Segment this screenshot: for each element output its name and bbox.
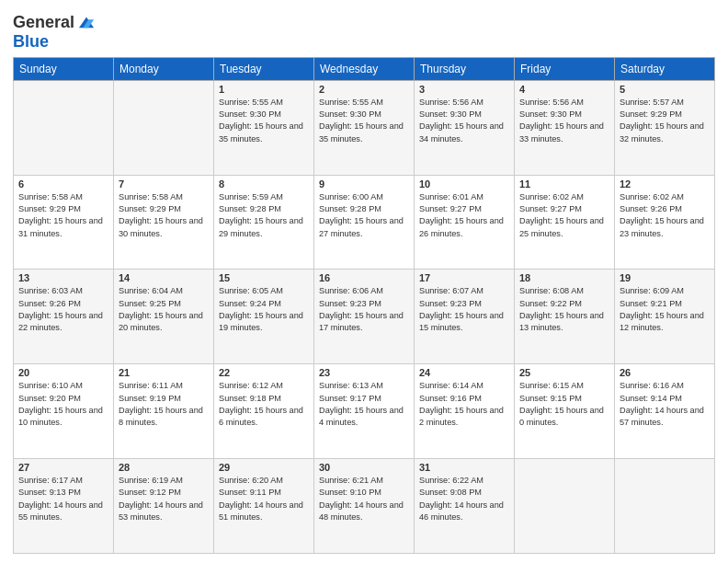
calendar-cell: 13Sunrise: 6:03 AM Sunset: 9:26 PM Dayli…	[14, 270, 114, 364]
calendar-cell: 14Sunrise: 6:04 AM Sunset: 9:25 PM Dayli…	[114, 270, 214, 364]
day-number: 7	[119, 178, 209, 190]
day-info: Sunrise: 6:09 AM Sunset: 9:21 PM Dayligh…	[620, 285, 710, 334]
weekday-header-thursday: Thursday	[415, 57, 515, 80]
day-number: 23	[319, 367, 409, 378]
calendar-cell: 29Sunrise: 6:20 AM Sunset: 9:11 PM Dayli…	[214, 459, 314, 554]
day-info: Sunrise: 5:59 AM Sunset: 9:28 PM Dayligh…	[219, 191, 309, 240]
day-number: 10	[419, 178, 509, 190]
calendar-cell: 23Sunrise: 6:13 AM Sunset: 9:17 PM Dayli…	[314, 364, 415, 459]
calendar-cell: 17Sunrise: 6:07 AM Sunset: 9:23 PM Dayli…	[415, 270, 515, 364]
day-number: 16	[319, 272, 409, 283]
calendar-cell: 9Sunrise: 6:00 AM Sunset: 9:28 PM Daylig…	[314, 175, 415, 270]
day-number: 19	[620, 272, 710, 283]
day-info: Sunrise: 6:15 AM Sunset: 9:15 PM Dayligh…	[519, 380, 609, 429]
day-info: Sunrise: 5:55 AM Sunset: 9:30 PM Dayligh…	[219, 97, 309, 145]
day-number: 29	[219, 462, 309, 473]
day-number: 13	[18, 272, 108, 283]
calendar-cell: 21Sunrise: 6:11 AM Sunset: 9:19 PM Dayli…	[114, 364, 214, 459]
day-number: 28	[119, 462, 209, 473]
day-number: 20	[18, 367, 108, 378]
day-number: 21	[119, 367, 209, 378]
logo-icon	[76, 13, 97, 33]
calendar-cell: 10Sunrise: 6:01 AM Sunset: 9:27 PM Dayli…	[415, 175, 515, 270]
calendar-cell	[14, 80, 114, 175]
calendar-cell: 24Sunrise: 6:14 AM Sunset: 9:16 PM Dayli…	[415, 364, 515, 459]
day-info: Sunrise: 6:21 AM Sunset: 9:10 PM Dayligh…	[319, 475, 409, 523]
day-number: 18	[519, 272, 609, 283]
day-number: 30	[319, 462, 409, 473]
day-number: 17	[419, 272, 509, 283]
weekday-header-friday: Friday	[515, 57, 615, 80]
day-info: Sunrise: 5:58 AM Sunset: 9:29 PM Dayligh…	[119, 191, 209, 240]
day-number: 1	[219, 84, 309, 95]
day-info: Sunrise: 5:56 AM Sunset: 9:30 PM Dayligh…	[519, 97, 609, 145]
day-info: Sunrise: 5:58 AM Sunset: 9:29 PM Dayligh…	[18, 191, 108, 240]
day-info: Sunrise: 6:02 AM Sunset: 9:27 PM Dayligh…	[519, 191, 609, 240]
calendar-cell: 25Sunrise: 6:15 AM Sunset: 9:15 PM Dayli…	[515, 364, 615, 459]
logo-general: General	[13, 13, 74, 31]
day-info: Sunrise: 6:06 AM Sunset: 9:23 PM Dayligh…	[319, 285, 409, 334]
day-info: Sunrise: 5:55 AM Sunset: 9:30 PM Dayligh…	[319, 97, 409, 145]
day-info: Sunrise: 6:17 AM Sunset: 9:13 PM Dayligh…	[18, 475, 108, 523]
day-number: 14	[119, 272, 209, 283]
day-info: Sunrise: 6:16 AM Sunset: 9:14 PM Dayligh…	[620, 380, 710, 429]
calendar-cell	[615, 459, 715, 554]
day-number: 12	[620, 178, 710, 190]
calendar-cell: 11Sunrise: 6:02 AM Sunset: 9:27 PM Dayli…	[515, 175, 615, 270]
calendar-cell: 30Sunrise: 6:21 AM Sunset: 9:10 PM Dayli…	[314, 459, 415, 554]
calendar-cell: 4Sunrise: 5:56 AM Sunset: 9:30 PM Daylig…	[515, 80, 615, 175]
day-number: 6	[18, 178, 108, 190]
calendar-cell: 8Sunrise: 5:59 AM Sunset: 9:28 PM Daylig…	[214, 175, 314, 270]
day-info: Sunrise: 6:20 AM Sunset: 9:11 PM Dayligh…	[219, 475, 309, 523]
day-info: Sunrise: 5:57 AM Sunset: 9:29 PM Dayligh…	[620, 97, 710, 145]
day-info: Sunrise: 6:00 AM Sunset: 9:28 PM Dayligh…	[319, 191, 409, 240]
calendar-cell	[114, 80, 214, 175]
day-number: 5	[620, 84, 710, 95]
day-number: 8	[219, 178, 309, 190]
day-info: Sunrise: 5:56 AM Sunset: 9:30 PM Dayligh…	[419, 97, 509, 145]
day-info: Sunrise: 6:19 AM Sunset: 9:12 PM Dayligh…	[119, 475, 209, 523]
day-number: 15	[219, 272, 309, 283]
weekday-header-saturday: Saturday	[615, 57, 715, 80]
calendar-cell: 5Sunrise: 5:57 AM Sunset: 9:29 PM Daylig…	[615, 80, 715, 175]
day-info: Sunrise: 6:12 AM Sunset: 9:18 PM Dayligh…	[219, 380, 309, 429]
day-info: Sunrise: 6:07 AM Sunset: 9:23 PM Dayligh…	[419, 285, 509, 334]
week-row-3: 13Sunrise: 6:03 AM Sunset: 9:26 PM Dayli…	[14, 270, 715, 364]
weekday-header-row: SundayMondayTuesdayWednesdayThursdayFrid…	[14, 57, 715, 80]
logo-text: General	[13, 14, 74, 32]
day-number: 4	[519, 84, 609, 95]
day-info: Sunrise: 6:02 AM Sunset: 9:26 PM Dayligh…	[620, 191, 710, 240]
weekday-header-tuesday: Tuesday	[214, 57, 314, 80]
weekday-header-sunday: Sunday	[14, 57, 114, 80]
calendar-cell: 1Sunrise: 5:55 AM Sunset: 9:30 PM Daylig…	[214, 80, 314, 175]
calendar-cell: 15Sunrise: 6:05 AM Sunset: 9:24 PM Dayli…	[214, 270, 314, 364]
calendar-cell: 31Sunrise: 6:22 AM Sunset: 9:08 PM Dayli…	[415, 459, 515, 554]
logo: General Blue	[13, 13, 97, 52]
calendar-cell: 2Sunrise: 5:55 AM Sunset: 9:30 PM Daylig…	[314, 80, 415, 175]
calendar-cell: 18Sunrise: 6:08 AM Sunset: 9:22 PM Dayli…	[515, 270, 615, 364]
weekday-header-monday: Monday	[114, 57, 214, 80]
calendar-table: SundayMondayTuesdayWednesdayThursdayFrid…	[13, 57, 715, 554]
day-number: 9	[319, 178, 409, 190]
calendar-cell: 6Sunrise: 5:58 AM Sunset: 9:29 PM Daylig…	[14, 175, 114, 270]
calendar-cell: 27Sunrise: 6:17 AM Sunset: 9:13 PM Dayli…	[14, 459, 114, 554]
day-info: Sunrise: 6:10 AM Sunset: 9:20 PM Dayligh…	[18, 380, 108, 429]
day-info: Sunrise: 6:11 AM Sunset: 9:19 PM Dayligh…	[119, 380, 209, 429]
weekday-header-wednesday: Wednesday	[314, 57, 415, 80]
logo-blue: Blue	[13, 33, 97, 52]
calendar-cell: 22Sunrise: 6:12 AM Sunset: 9:18 PM Dayli…	[214, 364, 314, 459]
day-info: Sunrise: 6:08 AM Sunset: 9:22 PM Dayligh…	[519, 285, 609, 334]
day-number: 26	[620, 367, 710, 378]
page: General Blue SundayMondayTuesdayWednesda…	[0, 0, 728, 563]
week-row-2: 6Sunrise: 5:58 AM Sunset: 9:29 PM Daylig…	[14, 175, 715, 270]
calendar-cell: 28Sunrise: 6:19 AM Sunset: 9:12 PM Dayli…	[114, 459, 214, 554]
day-info: Sunrise: 6:04 AM Sunset: 9:25 PM Dayligh…	[119, 285, 209, 334]
day-info: Sunrise: 6:13 AM Sunset: 9:17 PM Dayligh…	[319, 380, 409, 429]
day-info: Sunrise: 6:14 AM Sunset: 9:16 PM Dayligh…	[419, 380, 509, 429]
day-number: 25	[519, 367, 609, 378]
calendar-cell: 26Sunrise: 6:16 AM Sunset: 9:14 PM Dayli…	[615, 364, 715, 459]
day-number: 27	[18, 462, 108, 473]
calendar-cell: 3Sunrise: 5:56 AM Sunset: 9:30 PM Daylig…	[415, 80, 515, 175]
day-number: 31	[419, 462, 509, 473]
week-row-4: 20Sunrise: 6:10 AM Sunset: 9:20 PM Dayli…	[14, 364, 715, 459]
